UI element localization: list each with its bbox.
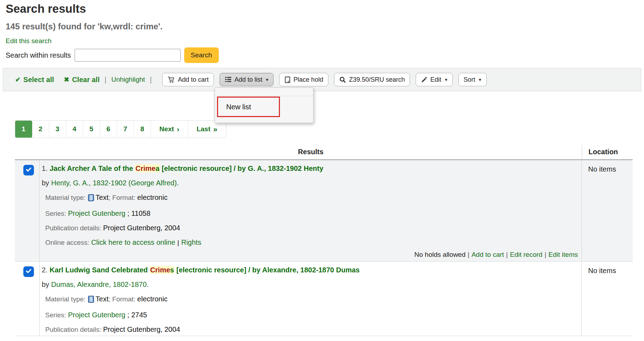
sort-button[interactable]: Sort ▾ [458,73,487,86]
row-checkbox[interactable] [23,165,34,175]
z3950-search-button[interactable]: Z39.50/SRU search [334,73,410,86]
add-to-list-dropdown: New list [215,87,314,123]
series-number: ; 11058 [125,209,151,217]
result-author-line: by Dumas, Alexandre, 1802-1870. [42,281,581,289]
next-page-button[interactable]: Next › [151,121,188,138]
divider: | [150,76,152,84]
series-line: Series: Project Gutenberg ; 2745 [45,311,581,319]
location-column-header: Location [582,145,633,159]
rights-link[interactable]: Rights [181,238,201,246]
row-add-to-cart-link[interactable]: Add to cart [472,251,504,258]
row-checkbox[interactable] [23,266,34,277]
series-label: Series: [45,311,68,319]
edit-button[interactable]: Edit ▾ [416,73,452,86]
book-icon [88,195,94,203]
unhighlight-link[interactable]: Unhighlight [111,76,145,83]
select-all-link[interactable]: ✔ Select all [15,76,54,84]
x-icon: ✖ [64,76,69,83]
checkbox-column-header [15,145,40,159]
divider: | [105,76,106,84]
next-label: Next [159,125,174,133]
search-icon [339,76,346,83]
search-within-input[interactable] [75,49,181,62]
publication-line: Publication details: Project Gutenberg, … [45,325,581,334]
format-value: electronic [137,193,168,201]
result-author-line: by Henty, G. A., 1832-1902 (George Alfre… [42,179,581,187]
page-title: Search results [6,2,644,16]
material-type-label: Material type: [45,295,87,303]
place-hold-button[interactable]: Place hold [279,73,328,86]
by-label: by [42,281,51,288]
last-page-button[interactable]: Last » [188,121,226,138]
series-link[interactable]: Project Gutenberg [68,209,125,217]
search-term-highlight: Crimes [150,266,175,274]
results-toolbar: ✔ Select all ✖ Clear all | Unhighlight |… [3,68,641,91]
double-chevron-right-icon: » [213,125,217,133]
material-type-label: Material type: [45,194,87,201]
divider: | [468,251,469,258]
result-number: 2. [42,266,48,274]
online-access-label: Online access: [45,239,91,246]
pencil-icon [421,76,427,83]
select-all-label: Select all [23,76,54,84]
series-line: Series: Project Gutenberg ; 11058 [45,209,581,218]
highlighted-term: Crime [135,164,156,172]
add-to-cart-button[interactable]: Add to cart [162,73,214,86]
author-link[interactable]: Dumas, Alexandre, 1802-1870 [51,281,147,288]
material-type-line: Material type: Text; Format: electronic [45,193,581,203]
check-icon: ✔ [15,76,21,83]
search-term-highlight: Crimea [135,164,160,172]
page-7-button[interactable]: 7 [117,121,134,138]
checkbox-cell [15,160,40,261]
edit-this-search-link[interactable]: Edit this search [6,37,52,45]
online-access-link[interactable]: Click here to access online [91,238,175,246]
page-2-button[interactable]: 2 [32,121,49,138]
search-within-label: Search within results [6,51,71,59]
title-text: [electronic resource] / by G. A., 1832-1… [160,164,323,172]
divider: | [177,239,179,246]
title-text: [electronic resource] / by Alexandre, 18… [174,266,359,274]
clear-all-label: Clear all [72,76,100,84]
no-holds-text: No holds allowed [414,251,466,258]
clear-all-link[interactable]: ✖ Clear all [64,76,100,84]
author-link[interactable]: Henty, G. A., 1832-1902 (George Alfred) [51,179,177,187]
result-title-link[interactable]: Karl Ludwig Sand Celebrated Crimes [elec… [49,266,359,274]
dropdown-divider [215,88,313,96]
add-to-cart-label: Add to cart [178,76,209,83]
edit-items-link[interactable]: Edit items [549,251,578,258]
publication-label: Publication details: [45,224,103,232]
page-1-button[interactable]: 1 [15,121,32,138]
add-to-list-button[interactable]: Add to list ▾ [219,73,274,86]
chevron-right-icon: › [177,125,179,133]
series-number: ; 2745 [125,311,147,319]
result-title-line: 2. Karl Ludwig Sand Celebrated Crimes [e… [42,266,581,274]
new-list-menu-item[interactable]: New list [217,97,280,117]
edit-record-link[interactable]: Edit record [510,251,543,258]
caret-down-icon: ▾ [266,77,268,82]
by-label: by [42,179,51,187]
title-text: Jack Archer A Tale of the [49,164,135,172]
format-value: electronic [137,295,168,303]
edit-label: Edit [430,76,441,83]
checkmark-icon [25,166,32,174]
search-button[interactable]: Search [184,47,219,63]
table-row: 2. Karl Ludwig Sand Celebrated Crimes [e… [15,262,633,336]
page-3-button[interactable]: 3 [49,121,66,138]
format-label: ; Format: [109,194,137,201]
result-details-cell: 2. Karl Ludwig Sand Celebrated Crimes [e… [40,262,582,336]
page-6-button[interactable]: 6 [100,121,117,138]
online-access-line: Online access: Click here to access onli… [45,238,581,247]
series-link[interactable]: Project Gutenberg [68,311,125,319]
result-title-link[interactable]: Jack Archer A Tale of the Crimea [electr… [49,164,323,172]
page-5-button[interactable]: 5 [83,121,100,138]
pagination: 1 2 3 4 5 6 7 8 Next › Last » [15,120,226,138]
divider: | [506,251,508,258]
page-4-button[interactable]: 4 [66,121,83,138]
search-results-table: Results Location 1. Jack Archer A Tale o… [15,145,633,336]
divider: | [545,251,546,258]
place-hold-label: Place hold [293,76,323,83]
author-suffix: . [147,281,149,288]
page-8-button[interactable]: 8 [134,121,151,138]
author-suffix: . [177,179,179,187]
highlight-tail: a [156,164,159,172]
